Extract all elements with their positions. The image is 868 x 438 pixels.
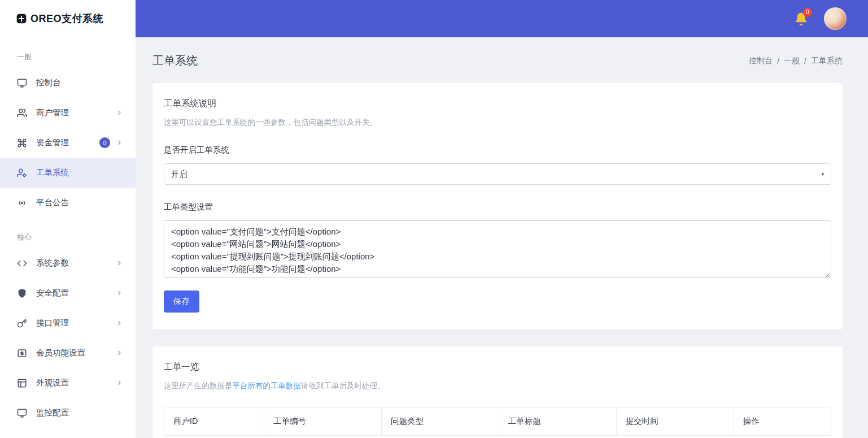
breadcrumb-separator: /: [804, 57, 806, 66]
column-header-ticket-no: 工单编号: [264, 407, 382, 436]
layout-icon: [17, 378, 27, 388]
users-icon: [17, 108, 27, 118]
topbar: 0: [136, 0, 868, 37]
command-icon: [17, 138, 27, 148]
monitor-icon: [17, 78, 27, 88]
sidebar-item-label: 控制台: [36, 77, 61, 88]
notification-count-badge: 0: [803, 8, 812, 17]
sidebar-item-merchants[interactable]: 商户管理: [0, 98, 136, 128]
member-card-icon: [17, 348, 27, 358]
description-text: 请收到工单后及时处理。: [301, 381, 385, 390]
breadcrumb-item[interactable]: 工单系统: [811, 56, 843, 66]
chevron-right-icon: [116, 379, 123, 387]
breadcrumb-item[interactable]: 控制台: [749, 56, 773, 66]
sidebar-item-label: 平台公告: [36, 197, 69, 208]
sidebar-item-announcements[interactable]: 平台公告: [0, 188, 136, 218]
save-button[interactable]: 保存: [164, 290, 199, 313]
app-logo[interactable]: OREO支付系统: [0, 0, 136, 37]
logo-text: OREO支付系统: [30, 12, 103, 25]
sidebar: OREO支付系统 一般 控制台 商户管理 资金管理 0 工单系统: [0, 0, 136, 438]
column-header-actions: 操作: [734, 407, 831, 436]
key-icon: [17, 318, 27, 328]
chevron-right-icon: [116, 289, 123, 297]
types-field-label: 工单类型设置: [164, 202, 831, 213]
breadcrumb-separator: /: [777, 57, 779, 66]
chevron-right-icon: [116, 319, 123, 327]
chevron-right-icon: [116, 259, 123, 267]
page-content: 工单系统 控制台 / 一般 / 工单系统 工单系统说明 这里可以设置您工单系统的…: [136, 37, 868, 438]
broadcast-icon: [17, 198, 27, 208]
sidebar-item-label: 工单系统: [36, 167, 69, 178]
ticket-system-toggle-select-wrap: 开启 ▼: [164, 163, 831, 185]
ticket-data-link[interactable]: 平台所有的工单数据: [233, 381, 302, 390]
description-text: 这里所产生的数据是: [164, 381, 233, 390]
user-gear-icon: [17, 168, 27, 178]
sidebar-section-core: 核心: [0, 218, 136, 248]
table-header-row: 商户ID 工单编号 问题类型 工单标题 提交时间 操作: [164, 407, 831, 436]
funds-count-badge: 0: [99, 137, 110, 148]
sidebar-item-appearance[interactable]: 外观设置: [0, 368, 136, 398]
column-header-issue-type: 问题类型: [381, 407, 499, 436]
ticket-system-toggle-select[interactable]: 开启: [164, 163, 831, 185]
avatar[interactable]: [824, 7, 847, 30]
ticket-settings-card: 工单系统说明 这里可以设置您工单系统的一些参数，包括问题类型以及开关。 是否开启…: [152, 83, 843, 329]
notifications-button[interactable]: 0: [794, 12, 808, 26]
breadcrumb: 控制台 / 一般 / 工单系统: [749, 56, 843, 66]
sidebar-item-label: 监控配置: [36, 407, 69, 418]
chevron-right-icon: [116, 139, 123, 146]
sidebar-item-label: 资金管理: [36, 137, 69, 148]
logo-icon: [16, 13, 27, 24]
card-title: 工单系统说明: [164, 98, 831, 110]
sidebar-item-label: 安全配置: [36, 288, 69, 298]
sidebar-item-console[interactable]: 控制台: [0, 68, 136, 98]
shield-icon: [17, 288, 27, 298]
sidebar-item-funds[interactable]: 资金管理 0: [0, 128, 136, 158]
chevron-right-icon: [116, 349, 123, 357]
sidebar-item-api[interactable]: 接口管理: [0, 308, 136, 338]
card-description: 这里所产生的数据是平台所有的工单数据请收到工单后及时处理。: [164, 381, 831, 391]
column-header-merchant-id: 商户ID: [164, 407, 264, 436]
tickets-table: 商户ID 工单编号 问题类型 工单标题 提交时间 操作: [164, 407, 831, 436]
column-header-submit-time: 提交时间: [616, 407, 734, 436]
sidebar-item-monitoring[interactable]: 监控配置: [0, 398, 136, 428]
card-description: 这里可以设置您工单系统的一些参数，包括问题类型以及开关。: [164, 118, 831, 128]
sidebar-item-tickets[interactable]: 工单系统: [0, 158, 136, 188]
code-icon: [17, 258, 27, 268]
toggle-field-label: 是否开启工单系统: [164, 145, 831, 155]
sidebar-section-general: 一般: [0, 37, 136, 68]
sidebar-item-label: 会员功能设置: [36, 348, 85, 358]
ticket-types-textarea[interactable]: <option value="支付问题">支付问题</option> <opti…: [164, 220, 831, 278]
ticket-list-card: 工单一览 这里所产生的数据是平台所有的工单数据请收到工单后及时处理。 商户ID …: [152, 346, 843, 438]
sidebar-item-system-params[interactable]: 系统参数: [0, 248, 136, 278]
sidebar-item-member-settings[interactable]: 会员功能设置: [0, 338, 136, 368]
sidebar-item-label: 系统参数: [36, 258, 69, 268]
sidebar-item-label: 商户管理: [36, 107, 69, 118]
sidebar-item-label: 外观设置: [36, 378, 69, 388]
sidebar-item-label: 接口管理: [36, 318, 69, 328]
card-title: 工单一览: [164, 361, 831, 373]
monitor-icon: [17, 408, 27, 418]
breadcrumb-item[interactable]: 一般: [784, 56, 800, 66]
column-header-ticket-title: 工单标题: [499, 407, 616, 436]
page-title: 工单系统: [152, 53, 198, 68]
sidebar-item-security[interactable]: 安全配置: [0, 278, 136, 308]
chevron-right-icon: [116, 109, 123, 116]
